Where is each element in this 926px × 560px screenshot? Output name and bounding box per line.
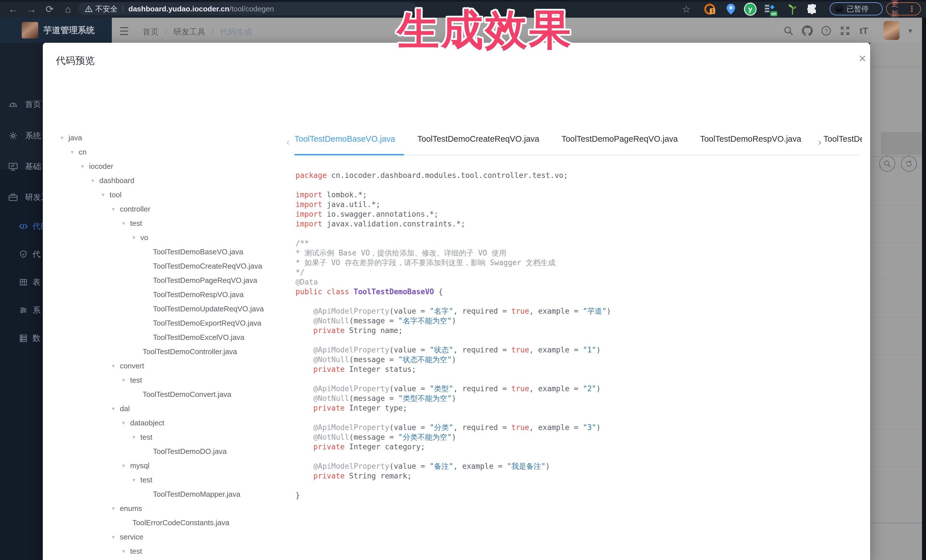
user-avatar[interactable] (884, 21, 899, 40)
tree-expand-caret-icon[interactable]: ▾ (122, 377, 130, 383)
sidebar-subitem[interactable]: 数 (0, 330, 43, 347)
fullscreen-icon[interactable] (839, 24, 851, 37)
tree-expand-caret-icon[interactable]: ▾ (61, 134, 68, 141)
profile-paused-pill[interactable]: 😀 已暂停 (829, 2, 883, 15)
file-tab[interactable]: ToolTestDemoBaseVO.java (294, 134, 395, 144)
extension-sprout-icon[interactable] (786, 3, 799, 15)
tree-folder[interactable]: ▾test (43, 473, 288, 487)
tree-folder[interactable]: ▾impl (43, 558, 288, 560)
tree-folder[interactable]: ▾convert (43, 359, 288, 373)
tree-expand-caret-icon[interactable]: ▾ (112, 405, 120, 412)
avatar-dropdown-icon[interactable]: ▼ (907, 27, 914, 35)
app-logo[interactable]: 芋道管理系统 (0, 18, 112, 43)
file-tab[interactable]: ToolTestDemoRespVO.java (700, 134, 801, 144)
tree-folder[interactable]: ▾test (43, 216, 288, 230)
tree-file[interactable]: ToolTestDemoPageReqVO.java (43, 273, 288, 287)
tree-expand-caret-icon[interactable]: ▾ (132, 434, 140, 441)
sidebar-item[interactable]: 首页 (0, 96, 43, 113)
extension-green-circle-icon[interactable]: y (744, 3, 757, 15)
tree-folder[interactable]: ▾tool (43, 188, 288, 202)
tabs-scroll-left-icon[interactable]: ‹ (286, 136, 289, 147)
bookmark-star-icon[interactable]: ☆ (680, 3, 693, 15)
tree-expand-caret-icon[interactable]: ▾ (132, 234, 140, 241)
tree-expand-caret-icon[interactable]: ▾ (112, 533, 120, 540)
tree-folder[interactable]: ▾cn (43, 145, 288, 159)
tree-expand-caret-icon[interactable]: ▾ (122, 220, 130, 227)
tree-folder[interactable]: ▾dal (43, 402, 288, 416)
tree-expand-caret-icon[interactable]: ▾ (81, 163, 89, 170)
tree-expand-caret-icon[interactable]: ▾ (132, 477, 140, 483)
file-tab[interactable]: ToolTestDemoUpdateReqVO.java (823, 134, 862, 144)
file-tab[interactable]: ToolTestDemoCreateReqVO.java (418, 134, 539, 144)
extension-orange-icon[interactable]: 1 (704, 3, 716, 15)
browser-menu-icon[interactable]: ⋮ (908, 4, 916, 14)
tree-expand-caret-icon[interactable]: ▾ (101, 191, 109, 198)
tree-file[interactable]: ToolTestDemoExportReqVO.java (43, 316, 288, 330)
tree-folder[interactable]: ▾test (43, 373, 288, 387)
chrome-update-button[interactable]: 更新 ⋮ (886, 2, 921, 15)
tree-folder[interactable]: ▾test (43, 544, 288, 558)
tree-expand-caret-icon[interactable]: ▾ (122, 548, 130, 555)
extension-pin-icon[interactable] (725, 3, 737, 15)
sidebar-subitem[interactable]: 代码生成 (0, 218, 43, 235)
help-icon[interactable]: ? (820, 24, 832, 37)
tree-file[interactable]: ToolTestDemoUpdateReqVO.java (43, 302, 288, 316)
browser-scrollbar[interactable] (922, 18, 926, 560)
tree-file[interactable]: ToolTestDemoCreateReqVO.java (43, 259, 288, 273)
sidebar-item[interactable]: 研发工具 (0, 189, 43, 206)
extensions-puzzle-icon[interactable] (806, 3, 819, 15)
close-icon[interactable]: × (855, 51, 870, 66)
tree-folder[interactable]: ▾service (43, 530, 288, 544)
sidebar-item[interactable]: 基础 (0, 158, 43, 175)
back-icon[interactable]: ← (6, 2, 20, 16)
tree-file[interactable]: ToolTestDemoMapper.java (43, 487, 288, 501)
tree-file[interactable]: ToolTestDemoExcelVO.java (43, 330, 288, 344)
not-secure-label[interactable]: 不安全 (95, 4, 118, 14)
header-search-icon[interactable] (782, 24, 795, 37)
tree-folder[interactable]: ▾controller (43, 202, 288, 216)
code-line (295, 413, 863, 423)
code-line: @NotNull(message = "名字不能为空") (295, 316, 863, 326)
reload-icon[interactable]: ⟳ (43, 2, 56, 16)
home-icon[interactable]: ⌂ (61, 2, 75, 16)
file-tab[interactable]: ToolTestDemoPageReqVO.java (561, 134, 678, 144)
code-viewer[interactable]: package cn.iocoder.dashboard.modules.too… (295, 171, 863, 558)
forward-icon[interactable]: → (24, 2, 38, 16)
tree-folder[interactable]: ▾dataobject (43, 416, 288, 430)
tree-file[interactable]: ToolTestDemoController.java (43, 344, 288, 359)
tree-file[interactable]: ToolErrorCodeConstants.java (43, 516, 288, 530)
tree-folder[interactable]: ▾iocoder (43, 159, 288, 174)
tree-folder[interactable]: ▾vo (43, 230, 288, 245)
github-icon[interactable] (801, 24, 814, 37)
tree-file[interactable]: ToolTestDemoRespVO.java (43, 287, 288, 302)
tree-folder[interactable]: ▾test (43, 430, 288, 444)
tree-expand-caret-icon[interactable]: ▾ (91, 177, 99, 184)
extension-grid-icon[interactable]: on (763, 3, 776, 15)
table-refresh-button[interactable] (901, 156, 917, 172)
annotation-text: 生成效果 (388, 2, 582, 59)
tree-expand-caret-icon[interactable]: ▾ (112, 205, 120, 213)
tree-file[interactable]: ToolTestDemoBaseVO.java (43, 245, 288, 259)
tree-file[interactable]: ToolTestDemoDO.java (43, 444, 288, 459)
address-bar[interactable]: 不安全 dashboard.yudao.iocoder.cn/tool/code… (77, 3, 417, 15)
tree-file[interactable]: ToolTestDemoConvert.java (43, 387, 288, 402)
sidebar-collapse-icon[interactable]: ☰ (119, 25, 129, 38)
font-size-icon[interactable]: tT (858, 24, 870, 37)
tree-folder[interactable]: ▾dashboard (43, 174, 288, 188)
tree-folder[interactable]: ▾java (43, 131, 288, 145)
tree-expand-caret-icon[interactable]: ▾ (122, 462, 130, 469)
tree-expand-caret-icon[interactable]: ▾ (112, 362, 120, 369)
table-search-button[interactable] (879, 156, 895, 172)
sidebar-subitem[interactable]: 表 (0, 274, 43, 291)
breadcrumb-item[interactable]: 研发工具 (174, 27, 206, 37)
tree-expand-caret-icon[interactable]: ▾ (71, 149, 79, 155)
tree-expand-caret-icon[interactable]: ▾ (112, 505, 120, 512)
sidebar-subitem[interactable]: 代 (0, 246, 43, 263)
tree-expand-caret-icon[interactable]: ▾ (122, 420, 130, 426)
breadcrumb-item[interactable]: 首页 (143, 27, 159, 37)
sidebar-item[interactable]: 系统 (0, 127, 43, 144)
sidebar-subitem[interactable]: 系 (0, 302, 43, 319)
code-line: import lombok.*; (295, 190, 863, 199)
tree-folder[interactable]: ▾enums (43, 501, 288, 516)
tree-folder[interactable]: ▾mysql (43, 459, 288, 473)
